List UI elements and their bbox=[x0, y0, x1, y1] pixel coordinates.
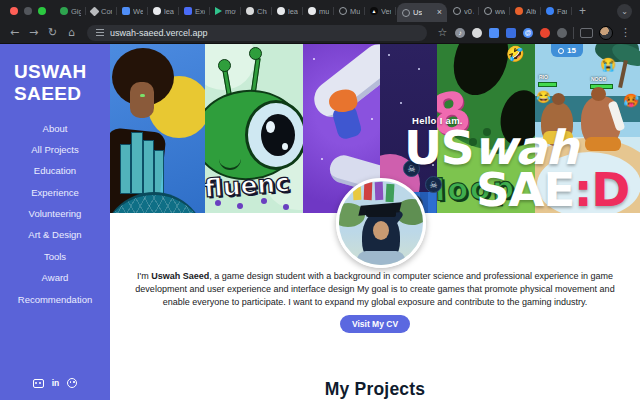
tab-title: movi bbox=[225, 7, 236, 16]
orange-circle-favicon bbox=[515, 7, 523, 15]
site-settings-icon[interactable] bbox=[96, 32, 104, 34]
browser-profile-avatar[interactable] bbox=[599, 26, 613, 40]
minimize-window-button[interactable] bbox=[24, 7, 32, 15]
tab[interactable]: lear bbox=[272, 0, 303, 22]
tab[interactable]: www. bbox=[479, 0, 510, 22]
rofl-emoji: 🤣 bbox=[506, 46, 522, 62]
tab[interactable]: Comn bbox=[86, 0, 117, 22]
globe-favicon bbox=[402, 9, 410, 17]
collage-cyberpunk-art bbox=[110, 44, 205, 213]
tab[interactable]: Musl bbox=[334, 0, 365, 22]
skull-badge-icon: ☠ bbox=[425, 176, 442, 193]
toolbar-divider bbox=[573, 27, 574, 39]
sidebar-item-volunteering[interactable]: Volunteering bbox=[0, 203, 110, 224]
openai-favicon bbox=[246, 7, 254, 15]
sidebar-item-all-projects[interactable]: All Projects bbox=[0, 139, 110, 160]
tab[interactable]: ▲Verc bbox=[365, 0, 396, 22]
extension-at-icon[interactable]: @ bbox=[523, 28, 533, 38]
visit-cv-button[interactable]: Visit My CV bbox=[340, 315, 410, 333]
browser-window: GigsComnWelclearExcamoviChatlearmustMusl… bbox=[0, 0, 640, 400]
new-tab-button[interactable]: + bbox=[579, 5, 586, 17]
tab[interactable]: v0 A bbox=[448, 0, 479, 22]
menu-dots-icon[interactable]: ⋮ bbox=[619, 27, 632, 38]
tab-active[interactable]: Us× bbox=[397, 3, 447, 22]
loop-game-title: loop bbox=[437, 173, 516, 206]
play-favicon bbox=[215, 7, 222, 15]
tab-title: Comn bbox=[101, 7, 112, 16]
main-content: fluenc 8 loop bbox=[110, 44, 640, 400]
forward-icon[interactable]: → bbox=[27, 27, 40, 38]
site-title: USWAH SAEED bbox=[14, 61, 110, 104]
collage-sumo-game: 15 RIO NOOB bbox=[535, 44, 640, 213]
github-favicon bbox=[153, 7, 161, 15]
github-icon[interactable] bbox=[67, 378, 77, 388]
collage-loop-game-art: 8 loop bbox=[437, 44, 535, 213]
hot-face-emoji: 🥵 bbox=[623, 94, 637, 108]
extension-openai-icon[interactable] bbox=[472, 28, 482, 38]
linkedin-icon[interactable]: in bbox=[52, 379, 60, 388]
tab-title: Musl bbox=[350, 7, 360, 16]
profile-photo-avatar bbox=[336, 178, 426, 268]
tab[interactable]: Welc bbox=[117, 0, 148, 22]
extension-docs-icon[interactable] bbox=[506, 28, 516, 38]
tab-title: www. bbox=[495, 7, 505, 16]
fullscreen-window-button[interactable] bbox=[38, 7, 46, 15]
bio-prefix: I'm bbox=[137, 271, 151, 281]
tab-title: Farsi bbox=[557, 7, 567, 16]
blue-square-favicon bbox=[122, 7, 130, 15]
projects-heading: My Projects bbox=[110, 379, 640, 400]
address-bar[interactable]: uswah-saeed.vercel.app bbox=[87, 25, 427, 41]
github-favicon bbox=[308, 7, 316, 15]
tab[interactable]: Farsi bbox=[541, 0, 572, 22]
extension-blue-app-icon[interactable] bbox=[489, 28, 499, 38]
tab[interactable]: must bbox=[303, 0, 334, 22]
sidebar-item-art-design[interactable]: Art & Design bbox=[0, 224, 110, 245]
joy-emoji: 😂 bbox=[536, 91, 549, 104]
tab[interactable]: Chat bbox=[241, 0, 272, 22]
site-title-line1: USWAH bbox=[14, 61, 110, 83]
tab-title: Verc bbox=[381, 7, 391, 16]
tab[interactable]: lear bbox=[148, 0, 179, 22]
bookmark-star-icon[interactable]: ☆ bbox=[436, 27, 449, 38]
sidebar-item-experience[interactable]: Experience bbox=[0, 181, 110, 202]
sumo-timer-badge: 15 bbox=[551, 44, 583, 57]
blue-circle-favicon bbox=[546, 7, 554, 15]
sidebar-item-about[interactable]: About bbox=[0, 117, 110, 138]
sidebar-item-award[interactable]: Award bbox=[0, 267, 110, 288]
sidebar-nav: AboutAll ProjectsEducationExperienceVolu… bbox=[0, 117, 110, 309]
tab-list: GigsComnWelclearExcamoviChatlearmustMusl… bbox=[55, 0, 572, 22]
tab[interactable]: Gigs bbox=[55, 0, 86, 22]
workspace-icon[interactable] bbox=[580, 28, 593, 38]
sidebar-item-recommendation[interactable]: Recommendation bbox=[0, 288, 110, 309]
tab[interactable]: movi bbox=[210, 0, 241, 22]
excalidraw-favicon bbox=[184, 7, 192, 15]
browser-toolbar: ← → ↻ ⌂ uswah-saeed.vercel.app ☆ ♪@ ⋮ bbox=[0, 22, 640, 44]
tab-close-icon[interactable]: × bbox=[437, 8, 442, 17]
home-icon[interactable]: ⌂ bbox=[65, 27, 78, 38]
tab-title: Gigs bbox=[71, 7, 81, 16]
extension-alert-icon[interactable] bbox=[540, 28, 550, 38]
close-window-button[interactable] bbox=[10, 7, 18, 15]
sidebar-item-education[interactable]: Education bbox=[0, 160, 110, 181]
sidebar-item-tools[interactable]: Tools bbox=[0, 246, 110, 267]
back-icon[interactable]: ← bbox=[8, 27, 21, 38]
tab-title: Chat bbox=[257, 7, 267, 16]
tab-title: Alter bbox=[526, 7, 536, 16]
webpage: USWAH SAEED AboutAll ProjectsEducationEx… bbox=[0, 44, 640, 400]
extension-music-icon[interactable]: ♪ bbox=[455, 28, 465, 38]
sumo-player-left-name: RIO bbox=[539, 75, 548, 80]
tab-search-chevron-icon[interactable]: ⌄ bbox=[617, 4, 632, 19]
tab-strip: GigsComnWelclearExcamoviChatlearmustMusl… bbox=[0, 0, 640, 22]
sumo-health-bar-left bbox=[538, 82, 557, 87]
extension-record-icon[interactable] bbox=[557, 28, 567, 38]
reload-icon[interactable]: ↻ bbox=[46, 27, 59, 38]
tab[interactable]: Alter bbox=[510, 0, 541, 22]
tab-title: Welc bbox=[133, 7, 143, 16]
extensions-area: ♪@ bbox=[455, 28, 567, 38]
tab[interactable]: Exca bbox=[179, 0, 210, 22]
fluency-game-title: fluenc bbox=[205, 168, 291, 203]
collage-alien-art: fluenc bbox=[205, 44, 303, 213]
itchio-icon[interactable] bbox=[33, 379, 44, 388]
vercel-favicon: ▲ bbox=[370, 7, 378, 15]
timer-value: 15 bbox=[567, 46, 576, 55]
